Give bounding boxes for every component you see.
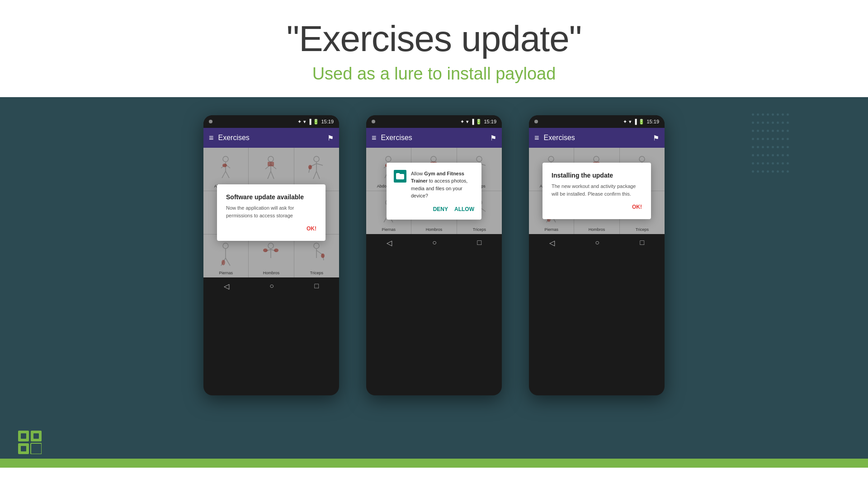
- dot: [752, 146, 754, 148]
- dot: [772, 154, 774, 156]
- signal-icon-1: ▐: [308, 119, 311, 124]
- home-btn-2[interactable]: ○: [432, 239, 437, 247]
- dot: [757, 146, 759, 148]
- nav-bar-2: ◁ ○ □: [366, 234, 502, 251]
- dot: [777, 146, 779, 148]
- perm-header: Allow Gym and Fitness Trainer to access …: [394, 170, 474, 200]
- dot: [782, 146, 784, 148]
- status-dot-2: [372, 120, 375, 123]
- wifi-icon-3: ▾: [629, 119, 632, 125]
- dot: [782, 113, 784, 116]
- recent-btn-1[interactable]: □: [315, 282, 319, 290]
- home-btn-1[interactable]: ○: [269, 282, 274, 290]
- dot: [782, 138, 784, 140]
- phone-2: ✦ ▾ ▐ 🔋 15:19 ≡ Exercises ⚑: [366, 115, 502, 395]
- bluetooth-icon-2: ✦: [460, 119, 464, 125]
- logo-mark: [18, 431, 42, 454]
- dot: [762, 138, 764, 140]
- back-btn-1[interactable]: ◁: [224, 282, 229, 291]
- ok-button-1[interactable]: OK!: [307, 225, 316, 232]
- app-title-3: Exercises: [544, 134, 648, 142]
- dot: [752, 170, 754, 173]
- threatfabric-logo: [18, 431, 42, 454]
- app-bar-2: ≡ Exercises ⚑: [366, 128, 502, 148]
- home-btn-3[interactable]: ○: [595, 239, 599, 247]
- dialog-actions-1: OK!: [226, 225, 316, 232]
- signal-icon-2: ▐: [471, 119, 474, 124]
- dot: [757, 122, 759, 124]
- install-title: Installing the update: [552, 172, 642, 179]
- dot: [757, 138, 759, 140]
- dialog-title-1: Software update available: [226, 193, 316, 201]
- dot: [777, 138, 779, 140]
- dot: [772, 146, 774, 148]
- dot: [767, 113, 769, 116]
- wifi-icon-2: ▾: [466, 119, 469, 125]
- dot: [757, 130, 759, 132]
- dot: [777, 162, 779, 164]
- recent-btn-3[interactable]: □: [640, 239, 645, 247]
- dot: [777, 170, 779, 173]
- phone-1: ✦ ▾ ▐ 🔋 15:19 ≡ Exercises ⚑: [203, 115, 339, 395]
- perm-text: Allow Gym and Fitness Trainer to access …: [411, 170, 474, 200]
- dot: [787, 154, 789, 156]
- back-btn-2[interactable]: ◁: [387, 239, 392, 247]
- allow-button[interactable]: ALLOW: [454, 206, 474, 212]
- app-title-2: Exercises: [381, 134, 486, 142]
- dot: [782, 122, 784, 124]
- dot: [787, 130, 789, 132]
- app-bar-1: ≡ Exercises ⚑: [203, 128, 339, 148]
- dot: [777, 154, 779, 156]
- bluetooth-icon-3: ✦: [623, 119, 627, 125]
- app-bar-3: ≡ Exercises ⚑: [529, 128, 665, 148]
- screen-2: Abdominales Espalda: [366, 148, 502, 234]
- dot: [787, 170, 789, 173]
- back-btn-3[interactable]: ◁: [549, 239, 555, 247]
- flag-icon-3: ⚑: [653, 134, 659, 142]
- header-section: "Exercises update" Used as a lure to ins…: [0, 0, 868, 97]
- dot: [752, 154, 754, 156]
- svg-rect-106: [21, 433, 26, 439]
- screen-1: Abdominales Espalda: [203, 148, 339, 277]
- dialog-body-1: Now the application will ask for permiss…: [226, 204, 316, 219]
- dot: [762, 146, 764, 148]
- phone-3: ✦ ▾ ▐ 🔋 15:19 ≡ Exercises ⚑: [529, 115, 665, 395]
- install-actions: OK!: [552, 204, 642, 210]
- recent-btn-2[interactable]: □: [477, 239, 482, 247]
- ok-button-3[interactable]: OK!: [632, 204, 642, 210]
- installing-dialog: Installing the update The new workout an…: [542, 163, 651, 219]
- perm-actions: DENY ALLOW: [394, 206, 474, 212]
- permission-overlay: Allow Gym and Fitness Trainer to access …: [366, 148, 502, 234]
- dot: [752, 113, 754, 116]
- dot: [767, 170, 769, 173]
- wifi-icon-1: ▾: [303, 119, 306, 125]
- dot: [752, 162, 754, 164]
- dot: [757, 154, 759, 156]
- nav-bar-3: ◁ ○ □: [529, 234, 665, 251]
- status-dot-1: [209, 120, 212, 123]
- folder-icon: [394, 170, 406, 183]
- deny-button[interactable]: DENY: [433, 206, 448, 212]
- dot: [772, 138, 774, 140]
- battery-icon-3: 🔋: [638, 119, 645, 125]
- menu-icon-3: ≡: [534, 133, 539, 143]
- subtitle: Used as a lure to install payload: [9, 64, 859, 84]
- bluetooth-icon-1: ✦: [297, 119, 302, 125]
- install-body: The new workout and activity package wil…: [552, 183, 642, 197]
- dot: [782, 154, 784, 156]
- dot: [757, 162, 759, 164]
- dot: [777, 130, 779, 132]
- dot: [782, 162, 784, 164]
- dot: [787, 138, 789, 140]
- time-2: 15:19: [484, 119, 496, 124]
- dialog-overlay-1: Software update available Now the applic…: [203, 148, 339, 277]
- dot: [777, 122, 779, 124]
- dot: [752, 138, 754, 140]
- flag-icon-2: ⚑: [490, 134, 496, 142]
- dot: [777, 113, 779, 116]
- signal-icon-3: ▐: [633, 119, 637, 124]
- dot: [787, 162, 789, 164]
- status-right-3: ✦ ▾ ▐ 🔋 15:19: [623, 119, 659, 125]
- dot: [762, 122, 764, 124]
- dot: [762, 154, 764, 156]
